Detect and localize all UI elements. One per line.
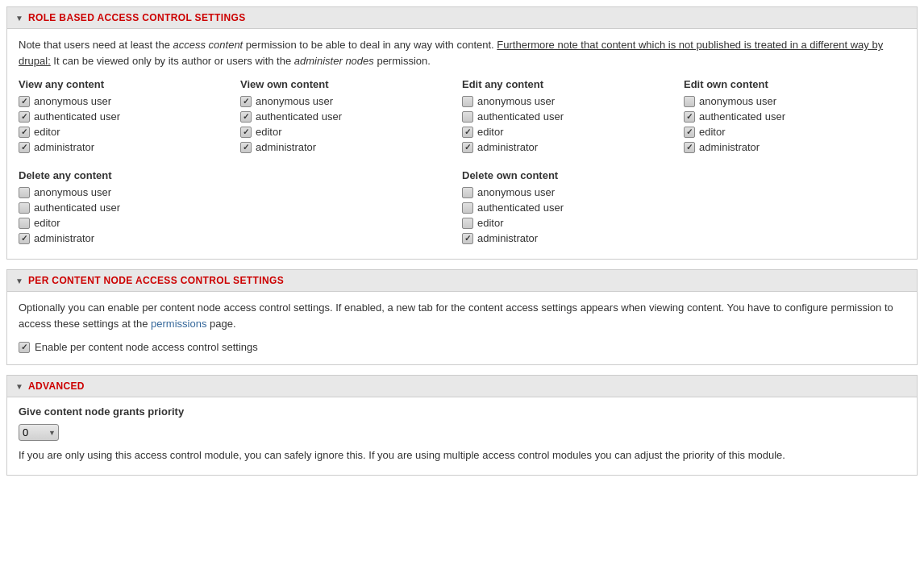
checkbox-row: administrator — [462, 141, 676, 153]
grant-priority-title: Give content node grants priority — [19, 405, 905, 418]
rbac-intro-em1: access content — [173, 39, 243, 51]
checkbox-row: authenticated user — [19, 110, 232, 123]
checkbox-label: authenticated user — [477, 110, 564, 123]
checkbox-edit-own-editor[interactable] — [684, 127, 695, 138]
checkbox-label: administrator — [699, 141, 760, 153]
checkbox-delete-any-authenticated-user[interactable] — [19, 202, 30, 214]
rbac-intro-part1: Note that users need at least the — [19, 39, 173, 51]
checkbox-view-any-administrator[interactable] — [19, 142, 30, 153]
advanced-section-body: Give content node grants priority 012345… — [7, 397, 917, 475]
checkbox-row: administrator — [462, 232, 897, 244]
perm-column-edit-own: Edit own contentanonymous userauthentica… — [684, 78, 905, 156]
checkbox-edit-any-anonymous-user[interactable] — [462, 96, 473, 107]
checkbox-row: administrator — [240, 141, 454, 153]
perm-column-title-view-own: View own content — [240, 78, 454, 90]
checkbox-row: anonymous user — [19, 186, 454, 198]
permissions-grid-delete: Delete any contentanonymous userauthenti… — [19, 169, 905, 247]
rbac-collapse-icon[interactable]: ▼ — [15, 14, 23, 23]
checkbox-label: authenticated user — [34, 202, 120, 214]
checkbox-delete-any-administrator[interactable] — [19, 233, 30, 244]
checkbox-label: anonymous user — [34, 95, 111, 107]
checkbox-edit-any-administrator[interactable] — [462, 142, 473, 153]
checkbox-delete-own-authenticated-user[interactable] — [462, 202, 473, 214]
checkbox-view-any-editor[interactable] — [19, 127, 30, 138]
checkbox-delete-own-editor[interactable] — [462, 218, 473, 229]
checkbox-edit-own-anonymous-user[interactable] — [684, 96, 695, 107]
priority-select[interactable]: 012345 — [19, 424, 59, 441]
checkbox-delete-any-anonymous-user[interactable] — [19, 187, 30, 198]
enable-checkbox[interactable] — [19, 342, 30, 353]
checkbox-row: editor — [684, 126, 897, 138]
priority-select-wrapper: 012345 ▼ — [19, 424, 59, 441]
rbac-intro-text: Note that users need at least the access… — [19, 37, 905, 69]
advanced-hint-text: If you are only using this access contro… — [19, 447, 905, 464]
rbac-intro-part4: permission. — [374, 55, 431, 67]
checkbox-label: authenticated user — [256, 110, 342, 123]
perm-column-view-any: View any contentanonymous userauthentica… — [19, 78, 240, 156]
checkbox-row: anonymous user — [19, 95, 232, 107]
perm-column-title-delete-own: Delete own content — [462, 169, 897, 181]
checkbox-row: anonymous user — [684, 95, 897, 107]
checkbox-edit-own-administrator[interactable] — [684, 142, 695, 153]
checkbox-row: anonymous user — [462, 95, 676, 107]
rbac-intro-em2: administer nodes — [294, 55, 374, 67]
checkbox-label: editor — [34, 217, 60, 229]
checkbox-edit-any-editor[interactable] — [462, 127, 473, 138]
rbac-section-header[interactable]: ▼ ROLE BASED ACCESS CONTROL SETTINGS — [7, 7, 917, 29]
rbac-intro-part2: permission to be able to deal in any way… — [243, 39, 497, 51]
checkbox-row: editor — [462, 126, 676, 138]
advanced-section-title: ADVANCED — [28, 380, 85, 392]
checkbox-delete-own-anonymous-user[interactable] — [462, 187, 473, 198]
checkbox-label: editor — [699, 126, 726, 138]
checkbox-row: authenticated user — [462, 110, 676, 123]
checkbox-delete-any-editor[interactable] — [19, 218, 30, 229]
checkbox-row: authenticated user — [19, 202, 454, 214]
checkbox-view-any-authenticated-user[interactable] — [19, 111, 30, 123]
checkbox-edit-any-authenticated-user[interactable] — [462, 111, 473, 123]
checkbox-row: authenticated user — [462, 202, 897, 214]
checkbox-row: editor — [240, 126, 454, 138]
perm-column-title-delete-any: Delete any content — [19, 169, 454, 181]
perm-column-title-view-any: View any content — [19, 78, 232, 90]
perm-column-view-own: View own contentanonymous userauthentica… — [240, 78, 462, 156]
checkbox-label: authenticated user — [477, 202, 564, 214]
checkbox-label: authenticated user — [34, 110, 120, 123]
rbac-intro-part3: It can be viewed only by its author or u… — [51, 55, 294, 67]
checkbox-row: anonymous user — [240, 95, 454, 107]
rbac-section: ▼ ROLE BASED ACCESS CONTROL SETTINGS Not… — [6, 6, 918, 260]
per-content-section-body: Optionally you can enable per content no… — [7, 292, 917, 364]
checkbox-label: anonymous user — [699, 95, 776, 107]
permissions-link[interactable]: permissions — [151, 318, 206, 330]
checkbox-edit-own-authenticated-user[interactable] — [684, 111, 695, 123]
checkbox-row: editor — [19, 217, 454, 229]
enable-row: Enable per content node access control s… — [19, 341, 905, 353]
checkbox-view-own-anonymous-user[interactable] — [240, 96, 252, 107]
checkbox-label: editor — [34, 126, 60, 138]
checkbox-row: anonymous user — [462, 186, 897, 198]
checkbox-view-own-administrator[interactable] — [240, 142, 252, 153]
checkbox-label: authenticated user — [699, 110, 785, 123]
checkbox-row: editor — [462, 217, 897, 229]
checkbox-view-any-anonymous-user[interactable] — [19, 96, 30, 107]
perm-column-delete-any: Delete any contentanonymous userauthenti… — [19, 169, 462, 247]
checkbox-view-own-authenticated-user[interactable] — [240, 111, 252, 123]
checkbox-label: administrator — [34, 232, 94, 244]
per-content-collapse-icon[interactable]: ▼ — [15, 276, 23, 285]
checkbox-delete-own-administrator[interactable] — [462, 233, 473, 244]
advanced-section-header[interactable]: ▼ ADVANCED — [7, 376, 917, 397]
advanced-collapse-icon[interactable]: ▼ — [15, 382, 23, 391]
checkbox-view-own-editor[interactable] — [240, 127, 252, 138]
per-content-intro: Optionally you can enable per content no… — [19, 300, 905, 331]
checkbox-label: editor — [477, 217, 504, 229]
checkbox-label: editor — [477, 126, 504, 138]
checkbox-row: editor — [19, 126, 232, 138]
permissions-grid-top: View any contentanonymous userauthentica… — [19, 78, 905, 156]
checkbox-label: editor — [256, 126, 282, 138]
checkbox-label: administrator — [34, 141, 94, 153]
per-content-section-header[interactable]: ▼ PER CONTENT NODE ACCESS CONTROL SETTIN… — [7, 270, 917, 292]
perm-column-title-edit-own: Edit own content — [684, 78, 897, 90]
perm-column-title-edit-any: Edit any content — [462, 78, 676, 90]
per-content-section: ▼ PER CONTENT NODE ACCESS CONTROL SETTIN… — [6, 269, 918, 365]
checkbox-row: administrator — [684, 141, 897, 153]
perm-column-edit-any: Edit any contentanonymous userauthentica… — [462, 78, 684, 156]
